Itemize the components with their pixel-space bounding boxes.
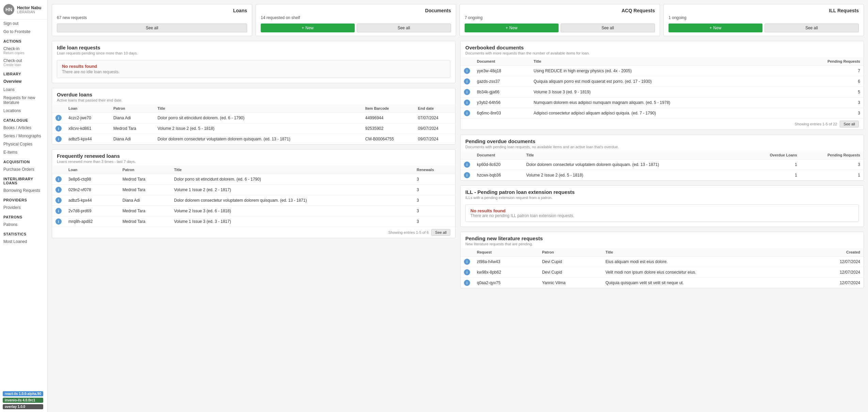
loans-card-value: 67 new requests: [57, 15, 247, 20]
pending-overdue-section: Pending overdue documents Documents with…: [460, 135, 864, 181]
info-button[interactable]: i: [55, 176, 62, 182]
info-button[interactable]: i: [55, 218, 62, 225]
ill-no-results-title: No results found: [470, 208, 854, 213]
avatar: HN: [3, 4, 14, 15]
overbooked-table: Document Title Pending Requests i yye3w-…: [461, 57, 864, 118]
table-row: i y3yb2-64h56 Numquam dolorem eius adipi…: [461, 97, 864, 108]
sidebar-item-loans[interactable]: Loans: [0, 86, 47, 94]
sidebar-item-series-monographs[interactable]: Series / Monographs: [0, 132, 47, 140]
sidebar-item-requests-new-lit[interactable]: Requests for new literature: [0, 94, 47, 107]
col-loan-fr: Loan: [65, 166, 119, 174]
section-header-library: Library: [0, 68, 47, 77]
sidebar-item-patrons[interactable]: Patrons: [0, 220, 47, 229]
sidebar-item-borrowing-requests[interactable]: Borrowing Requests: [0, 186, 47, 195]
info-button[interactable]: i: [55, 208, 62, 214]
stat-card-loans: Loans 67 new requests See all: [52, 4, 252, 36]
frequently-renewed-see-all[interactable]: See all: [431, 229, 450, 236]
sign-out-link[interactable]: Sign out: [0, 19, 47, 28]
frequently-renewed-footer: Showing entries 1-5 of 6 See all: [52, 227, 455, 238]
table-row: i adbz5-kpx44 Diana Adi Dolor dolorem co…: [52, 134, 455, 144]
frequently-renewed-table: Loan Patron Title Renewals i 3e8p6-ctq98…: [52, 166, 455, 227]
info-button[interactable]: i: [464, 110, 470, 116]
table-row: i zt98a-h4w43 Devi Cupid Eius aliquam mo…: [461, 257, 864, 267]
info-button[interactable]: i: [464, 162, 470, 168]
col-loan: [52, 104, 65, 113]
overbooked-subtitle: Documents with more requests than the nu…: [465, 51, 859, 55]
sidebar-item-checkout[interactable]: Check-out Create loan: [0, 57, 47, 68]
info-button[interactable]: i: [55, 197, 62, 203]
info-button[interactable]: i: [55, 115, 62, 121]
stat-card-acq: ACQ Requests 7 ongoing + New See all: [460, 4, 660, 36]
overbooked-see-all[interactable]: See all: [840, 121, 859, 127]
info-button[interactable]: i: [464, 78, 470, 85]
sidebar-item-e-items[interactable]: E-Items: [0, 148, 47, 156]
frequently-renewed-title: Frequently renewed loans: [57, 153, 450, 159]
table-row: i 8b34k-gja66 Volume 3 Issue 3 (ed. 9 - …: [461, 87, 864, 97]
plus-icon: +: [505, 26, 508, 30]
ill-see-all-button[interactable]: See all: [765, 24, 859, 32]
info-button[interactable]: i: [55, 136, 62, 142]
col-pending-po: Pending Requests: [801, 151, 864, 159]
sidebar-item-overview[interactable]: Overview: [0, 77, 47, 86]
stat-card-ill: ILL Requests 1 ongoing + New See all: [663, 4, 864, 36]
sidebar-item-locations[interactable]: Locations: [0, 107, 47, 115]
overdue-loans-table: Loan Patron Title Item Barcode End date …: [52, 104, 455, 144]
info-button[interactable]: i: [464, 100, 470, 106]
documents-see-all-button[interactable]: See all: [357, 24, 451, 32]
col-title: Title: [154, 104, 362, 113]
acq-see-all-button[interactable]: See all: [561, 24, 655, 32]
react-ils-badge: react-ils 1.0.0-alpha.90: [3, 391, 43, 396]
pending-new-lit-table: Request Patron Title Created i zt98a-h4w…: [461, 248, 864, 288]
section-header-patrons: Patrons: [0, 212, 47, 220]
section-header-acquisition: Acquisition: [0, 156, 47, 165]
info-button[interactable]: i: [464, 259, 470, 265]
acq-card-value: 7 ongoing: [465, 15, 655, 20]
ill-card-title: ILL Requests: [669, 8, 859, 13]
pending-overdue-subtitle: Documents with pending loan requests, no…: [465, 145, 859, 149]
info-button[interactable]: i: [464, 89, 470, 95]
sidebar-item-purchase-orders[interactable]: Purchase Orders: [0, 165, 47, 173]
pending-new-lit-subtitle: New literature requests that are pending…: [465, 242, 859, 246]
go-to-frontsite-link[interactable]: Go to Frontsite: [0, 28, 47, 36]
user-role: LIBRARIAN: [17, 10, 41, 14]
sidebar-item-checkin[interactable]: Check-in Return copies: [0, 45, 47, 57]
ill-card-value: 1 ongoing: [669, 15, 859, 20]
sidebar-item-most-loaned[interactable]: Most Loaned: [0, 238, 47, 246]
info-button[interactable]: i: [464, 269, 470, 275]
overdue-loans-title: Overdue loans: [57, 92, 450, 97]
user-profile: HN Hector Nabu LIBRARIAN: [0, 0, 47, 19]
col-loan-id: Loan: [65, 104, 110, 113]
idle-loans-no-results-title: No results found: [62, 64, 445, 69]
documents-new-button[interactable]: + New: [261, 24, 355, 32]
info-button[interactable]: i: [464, 280, 470, 286]
col-title-fr: Title: [171, 166, 413, 174]
ill-pending-title: ILL - Pending patron loan extension requ…: [465, 189, 859, 195]
plus-icon: +: [302, 26, 304, 30]
col-pending-ob: Pending Requests: [792, 57, 864, 66]
table-row: i 2v7d8-prd69 Medrod Tara Volume 2 Issue…: [52, 206, 455, 216]
info-button[interactable]: i: [464, 68, 470, 74]
info-button[interactable]: i: [55, 187, 62, 193]
ill-no-results: No results found There are no pending IL…: [465, 204, 859, 222]
table-row: i q0aa2-qyv75 Yannic Vilma Quiquia quisq…: [461, 278, 864, 288]
table-row: i 029n2-vf078 Medrod Tara Volume 1 Issue…: [52, 185, 455, 195]
overbooked-title: Overbooked documents: [465, 45, 859, 50]
ill-new-button[interactable]: + New: [669, 24, 762, 32]
col-title-pnl: Title: [602, 248, 807, 257]
acq-new-button[interactable]: + New: [465, 24, 559, 32]
sidebar-item-providers[interactable]: Providers: [0, 203, 47, 212]
col-title-ob: Title: [530, 57, 792, 66]
sidebar: HN Hector Nabu LIBRARIAN Sign out Go to …: [0, 0, 48, 412]
overbooked-section: Overbooked documents Documents with more…: [460, 41, 864, 130]
info-button[interactable]: i: [55, 125, 62, 132]
col-title-po: Title: [523, 151, 746, 159]
loans-see-all-button[interactable]: See all: [57, 24, 247, 32]
section-header-providers: Providers: [0, 195, 47, 203]
sidebar-item-books-articles[interactable]: Books / Articles: [0, 124, 47, 132]
sidebar-item-physical-copies[interactable]: Physical Copies: [0, 140, 47, 148]
table-row: i hzcwx-bqb36 Volume 2 Issue 2 (ed. 5 - …: [461, 170, 864, 181]
col-created-pnl: Created: [806, 248, 864, 257]
info-button[interactable]: i: [464, 172, 470, 178]
main-content: Loans 67 new requests See all Documents …: [48, 0, 868, 412]
documents-card-title: Documents: [261, 8, 451, 13]
